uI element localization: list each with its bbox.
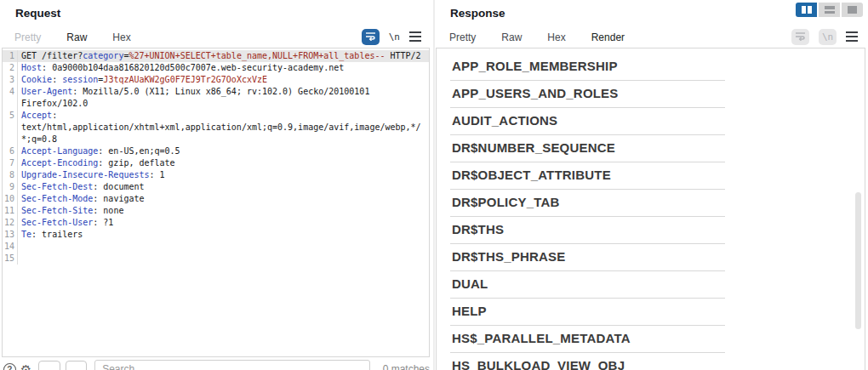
single-pane-icon bbox=[848, 6, 857, 14]
response-editor-toolbar: \n bbox=[791, 28, 858, 45]
line-number: 5 bbox=[3, 110, 18, 122]
code-line: *;q=0.8 bbox=[3, 134, 429, 145]
code-text[interactable]: Accept-Language: en-US,en;q=0.5 bbox=[18, 145, 180, 157]
code-line: 5Accept: bbox=[3, 110, 429, 122]
code-line: 4User-Agent: Mozilla/5.0 (X11; Linux x86… bbox=[3, 86, 429, 98]
code-line: 11Sec-Fetch-Site: none bbox=[3, 205, 429, 217]
table-name-row: HS$_PARALLEL_METADATA bbox=[450, 326, 725, 353]
code-line: 10Sec-Fetch-Mode: navigate bbox=[3, 193, 429, 205]
code-text[interactable]: Firefox/102.0 bbox=[18, 98, 88, 110]
table-name-row: DR$POLICY_TAB bbox=[450, 190, 725, 217]
layout-single-button[interactable] bbox=[842, 3, 863, 17]
request-panel-title: Request bbox=[15, 7, 60, 20]
code-line: 1GET /filter?category=%27+UNION+SELECT+t… bbox=[3, 50, 429, 62]
line-number: 8 bbox=[3, 169, 18, 181]
layout-switcher bbox=[796, 3, 863, 17]
code-text[interactable]: text/html,application/xhtml+xml,applicat… bbox=[18, 122, 421, 134]
layout-rows-button[interactable] bbox=[819, 3, 840, 17]
line-number: 4 bbox=[3, 86, 18, 98]
code-line: 9Sec-Fetch-Dest: document bbox=[3, 181, 429, 193]
code-text[interactable]: Sec-Fetch-Mode: navigate bbox=[18, 193, 145, 205]
table-name-row: DUAL bbox=[450, 271, 725, 299]
code-line: 8Upgrade-Insecure-Requests: 1 bbox=[3, 169, 429, 181]
word-wrap-button[interactable] bbox=[362, 29, 380, 45]
search-match-count: 0 matches bbox=[383, 363, 430, 370]
code-text[interactable]: Cookie: session=J3tqzAUaKW2gG0F7EJ9Tr2G7… bbox=[18, 74, 267, 86]
rows-icon bbox=[825, 6, 835, 14]
table-name-row: DR$OBJECT_ATTRIBUTE bbox=[450, 162, 725, 190]
line-number: 6 bbox=[3, 145, 18, 157]
code-text[interactable]: Upgrade-Insecure-Requests: 1 bbox=[18, 169, 165, 181]
table-name-row: AUDIT_ACTIONS bbox=[450, 108, 725, 135]
table-name-row: HELP bbox=[450, 299, 725, 326]
code-line: 13Te: trailers bbox=[3, 229, 429, 241]
table-name-row: APP_USERS_AND_ROLES bbox=[450, 81, 725, 108]
line-number: 7 bbox=[3, 157, 18, 169]
line-number bbox=[3, 134, 18, 145]
table-name-row: DR$NUMBER_SEQUENCE bbox=[450, 135, 725, 162]
line-number: 13 bbox=[3, 229, 18, 241]
word-wrap-icon bbox=[365, 29, 376, 44]
line-number: 12 bbox=[3, 217, 18, 229]
line-number: 2 bbox=[3, 62, 18, 74]
code-line: 7Accept-Encoding: gzip, deflate bbox=[3, 157, 429, 169]
code-line: 2Host: 0a9000b104daa816820120d500c7007e.… bbox=[3, 62, 429, 74]
code-text[interactable]: User-Agent: Mozilla/5.0 (X11; Linux x86_… bbox=[18, 86, 369, 98]
scrollbar-thumb[interactable] bbox=[855, 192, 861, 329]
code-line: 3Cookie: session=J3tqzAUaKW2gG0F7EJ9Tr2G… bbox=[3, 74, 429, 86]
code-text[interactable]: Accept: bbox=[18, 110, 57, 122]
line-number bbox=[3, 122, 18, 134]
code-line: 12Sec-Fetch-User: ?1 bbox=[3, 217, 429, 229]
gear-icon[interactable]: ⚙ bbox=[20, 363, 31, 370]
search-next-button[interactable]: → bbox=[66, 361, 88, 370]
line-number: 9 bbox=[3, 181, 18, 193]
line-number: 11 bbox=[3, 205, 18, 217]
search-input[interactable] bbox=[94, 360, 369, 370]
line-number: 1 bbox=[3, 50, 18, 62]
table-name-row: APP_ROLE_MEMBERSHIP bbox=[450, 54, 725, 81]
line-number: 10 bbox=[3, 193, 18, 205]
newline-toggle-button-disabled: \n bbox=[819, 29, 837, 45]
line-number: 3 bbox=[3, 74, 18, 86]
word-wrap-button-disabled bbox=[791, 29, 809, 45]
table-name-row: DR$THS bbox=[450, 217, 725, 244]
code-text[interactable]: GET /filter?category=%27+UNION+SELECT+ta… bbox=[18, 50, 421, 62]
search-prev-button[interactable]: ← bbox=[38, 361, 60, 370]
table-name-row: HS_BULKLOAD_VIEW_OBJ bbox=[450, 353, 725, 370]
rendered-table-list: APP_ROLE_MEMBERSHIPAPP_USERS_AND_ROLESAU… bbox=[437, 54, 865, 370]
layout-columns-button[interactable] bbox=[796, 3, 817, 17]
code-text[interactable]: Te: trailers bbox=[18, 229, 83, 241]
code-line: 14 bbox=[3, 241, 429, 253]
table-name-row: DR$THS_PHRASE bbox=[450, 244, 725, 271]
word-wrap-icon bbox=[795, 29, 806, 44]
line-number: 14 bbox=[3, 241, 18, 253]
request-editor-toolbar: \n bbox=[362, 28, 421, 45]
request-editor[interactable]: 1GET /filter?category=%27+UNION+SELECT+t… bbox=[2, 48, 430, 357]
code-text[interactable]: Sec-Fetch-User: ?1 bbox=[18, 217, 113, 229]
code-line: Firefox/102.0 bbox=[3, 98, 429, 110]
response-menu-button[interactable] bbox=[846, 31, 858, 42]
request-menu-button[interactable] bbox=[409, 31, 421, 42]
request-panel: Request PrettyRawHex \n 1GET /filter?cat… bbox=[0, 0, 433, 370]
code-line: 15 bbox=[3, 253, 429, 265]
code-text[interactable]: Accept-Encoding: gzip, deflate bbox=[18, 157, 175, 169]
line-number: 15 bbox=[3, 253, 18, 265]
response-panel-title: Response bbox=[450, 7, 505, 20]
columns-icon bbox=[802, 6, 806, 14]
editor-search-bar: ? ⚙ ← → 0 matches bbox=[2, 358, 430, 370]
code-text[interactable] bbox=[18, 253, 21, 265]
code-text[interactable] bbox=[18, 241, 21, 253]
line-number bbox=[3, 98, 18, 110]
help-icon[interactable]: ? bbox=[3, 363, 16, 370]
code-line: 6Accept-Language: en-US,en;q=0.5 bbox=[3, 145, 429, 157]
response-render-view: APP_ROLE_MEMBERSHIPAPP_USERS_AND_ROLESAU… bbox=[436, 48, 865, 370]
code-text[interactable]: Sec-Fetch-Site: none bbox=[18, 205, 123, 217]
newline-toggle-button[interactable]: \n bbox=[389, 31, 400, 43]
code-line: text/html,application/xhtml+xml,applicat… bbox=[3, 122, 429, 134]
response-panel: Response PrettyRawHexRender \n APP_ROLE_… bbox=[435, 0, 868, 370]
code-text[interactable]: *;q=0.8 bbox=[18, 134, 57, 145]
code-text[interactable]: Host: 0a9000b104daa816820120d500c7007e.w… bbox=[18, 62, 344, 74]
code-text[interactable]: Sec-Fetch-Dest: document bbox=[18, 181, 145, 193]
